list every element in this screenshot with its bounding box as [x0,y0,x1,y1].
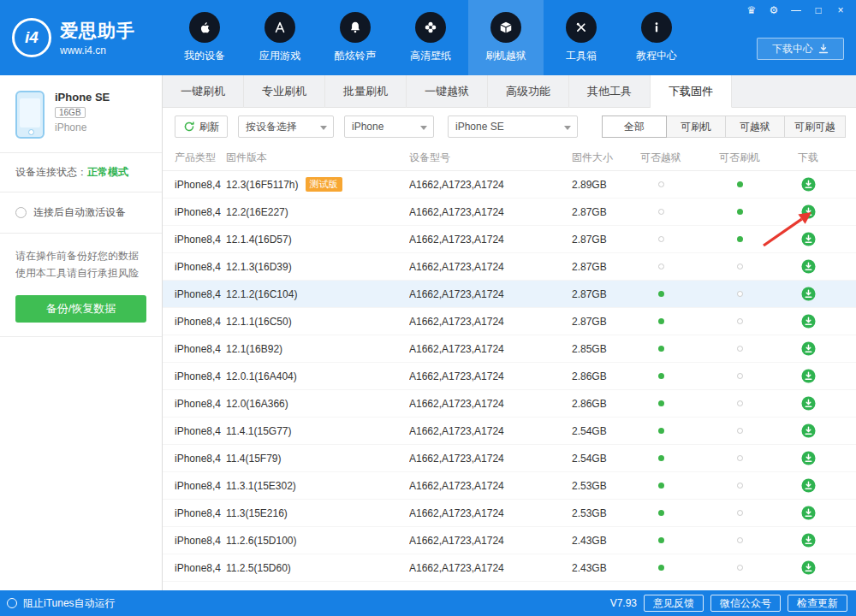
device-model-cell: A1662,A1723,A1724 [409,343,572,355]
device-model-cell: A1662,A1723,A1724 [409,288,572,300]
settings-icon[interactable]: ⚙ [767,3,781,17]
device-info: iPhone SE 16GB iPhone [0,75,162,153]
nav-item-info[interactable]: 教程中心 [619,0,694,75]
firmware-version-cell: 11.4.1(15G77) [226,425,409,437]
minimize-icon[interactable]: — [789,3,803,17]
jailbreakable-indicator [625,483,697,489]
device-model-cell: A1662,A1723,A1724 [409,507,572,519]
jailbreakable-indicator [625,236,697,242]
backup-warning-line2: 使用本工具请自行承担风险 [15,264,146,281]
tab-5[interactable]: 其他工具 [569,75,651,108]
auto-activate-toggle[interactable]: 连接后自动激活设备 [0,192,162,234]
table-row[interactable]: iPhone8,412.2(16E227)A1662,A1723,A17242.… [163,198,856,226]
refresh-label: 刷新 [199,120,220,134]
table-row[interactable]: iPhone8,412.1.4(16D57)A1662,A1723,A17242… [163,226,856,253]
tab-1[interactable]: 专业刷机 [244,75,325,108]
nav-item-appstore[interactable]: 应用游戏 [242,0,318,75]
download-button[interactable] [801,560,816,575]
vip-icon[interactable]: ♛ [745,3,758,17]
table-row[interactable]: iPhone8,412.1.1(16C50)A1662,A1723,A17242… [163,308,856,335]
segment-button-0[interactable]: 全部 [602,116,667,138]
product-type-cell: iPhone8,4 [175,453,226,465]
table-row[interactable]: iPhone8,412.3(16F5117h)测试版A1662,A1723,A1… [163,171,856,198]
nav-item-wallpaper[interactable]: 高清壁纸 [393,0,468,75]
download-button[interactable] [801,369,816,383]
connection-status: 设备连接状态：正常模式 [0,153,162,192]
tab-4[interactable]: 高级功能 [488,75,569,108]
download-button[interactable] [801,204,816,219]
brand-logo: i4 爱思助手 www.i4.cn [0,0,167,75]
table-row[interactable]: iPhone8,411.2.6(15D100)A1662,A1723,A1724… [163,527,856,554]
download-button[interactable] [801,533,816,548]
device-model-label: iPhone [55,121,110,133]
device-model-cell: A1662,A1723,A1724 [409,234,572,246]
table-row[interactable]: iPhone8,411.3.1(15E302)A1662,A1723,A1724… [163,472,856,500]
flashable-indicator [697,236,782,242]
block-itunes-toggle[interactable]: 阻止iTunes自动运行 [7,596,116,611]
select-mode-dropdown[interactable]: 按设备选择 [238,116,334,138]
flashable-indicator [697,373,782,379]
table-row[interactable]: iPhone8,412.0.1(16A404)A1662,A1723,A1724… [163,363,856,390]
nav-item-bell[interactable]: 酷炫铃声 [318,0,393,75]
table-row[interactable]: iPhone8,412.0(16A366)A1662,A1723,A17242.… [163,390,856,418]
nav-item-apple[interactable]: 我的设备 [167,0,242,75]
jailbreakable-indicator [625,264,697,270]
table-row[interactable]: iPhone8,411.2.5(15D60)A1662,A1723,A17242… [163,554,856,582]
firmware-version-cell: 12.2(16E227) [226,206,409,218]
device-model-cell: A1662,A1723,A1724 [409,179,572,191]
table-row[interactable]: iPhone8,411.4.1(15G77)A1662,A1723,A17242… [163,418,856,445]
table-row[interactable]: iPhone8,411.4(15F79)A1662,A1723,A17242.5… [163,445,856,472]
backup-restore-button[interactable]: 备份/恢复数据 [15,295,146,323]
tab-6[interactable]: 下载固件 [651,75,732,108]
firmware-size-cell: 2.86GB [572,370,625,382]
device-model-cell: A1662,A1723,A1724 [409,535,572,547]
flashable-indicator [697,510,782,516]
close-icon[interactable]: × [834,3,847,17]
table-row[interactable]: iPhone8,412.1.2(16C104)A1662,A1723,A1724… [163,281,856,308]
tab-0[interactable]: 一键刷机 [163,75,244,108]
segment-button-3[interactable]: 可刷可越 [784,116,846,138]
product-type-cell: iPhone8,4 [175,261,226,273]
download-button[interactable] [801,287,816,301]
download-button[interactable] [801,396,816,411]
jailbreakable-indicator [625,373,697,379]
footer-button-1[interactable]: 微信公众号 [710,595,781,612]
tab-3[interactable]: 一键越狱 [407,75,488,108]
download-button[interactable] [801,424,816,438]
table-row[interactable]: iPhone8,411.3(15E216)A1662,A1723,A17242.… [163,500,856,527]
download-center-button[interactable]: 下载中心 [757,38,844,60]
chevron-down-icon [564,126,571,130]
download-button[interactable] [801,259,816,274]
download-button[interactable] [801,451,816,465]
tab-2[interactable]: 批量刷机 [325,75,407,108]
nav-item-box[interactable]: 刷机越狱 [468,0,544,75]
download-button[interactable] [801,506,816,520]
footer-button-0[interactable]: 意见反馈 [644,595,704,612]
product-type-cell: iPhone8,4 [175,480,226,492]
jailbreakable-indicator [625,565,697,571]
refresh-button[interactable]: 刷新 [175,116,228,138]
brand-dropdown[interactable]: iPhone [344,116,434,138]
segment-button-1[interactable]: 可刷机 [666,116,726,138]
firmware-version-cell: 12.1.1(16C50) [226,316,409,328]
download-button[interactable] [801,177,816,192]
download-button[interactable] [801,232,816,246]
model-value: iPhone SE [455,121,504,133]
download-button[interactable] [801,341,816,356]
product-type-cell: iPhone8,4 [175,535,226,547]
table-row[interactable]: iPhone8,412.1(16B92)A1662,A1723,A17242.8… [163,335,856,363]
flashable-indicator [697,181,782,187]
segment-button-2[interactable]: 可越狱 [725,116,785,138]
filter-bar: 刷新 按设备选择 iPhone iPhone SE 全部可刷机可越狱可刷可越 [163,108,856,145]
firmware-version-cell: 12.0.1(16A404) [226,370,409,382]
model-dropdown[interactable]: iPhone SE [448,116,578,138]
table-row[interactable]: iPhone8,412.1.3(16D39)A1662,A1723,A17242… [163,253,856,281]
nav-item-toolbox[interactable]: 工具箱 [544,0,619,75]
download-button[interactable] [801,314,816,329]
download-button[interactable] [801,478,816,493]
footer-button-2[interactable]: 检查更新 [788,595,847,612]
firmware-version-cell: 11.2.5(15D60) [226,562,409,574]
toolbox-icon [566,12,597,43]
select-mode-value: 按设备选择 [246,120,297,134]
maximize-icon[interactable]: □ [811,3,825,17]
